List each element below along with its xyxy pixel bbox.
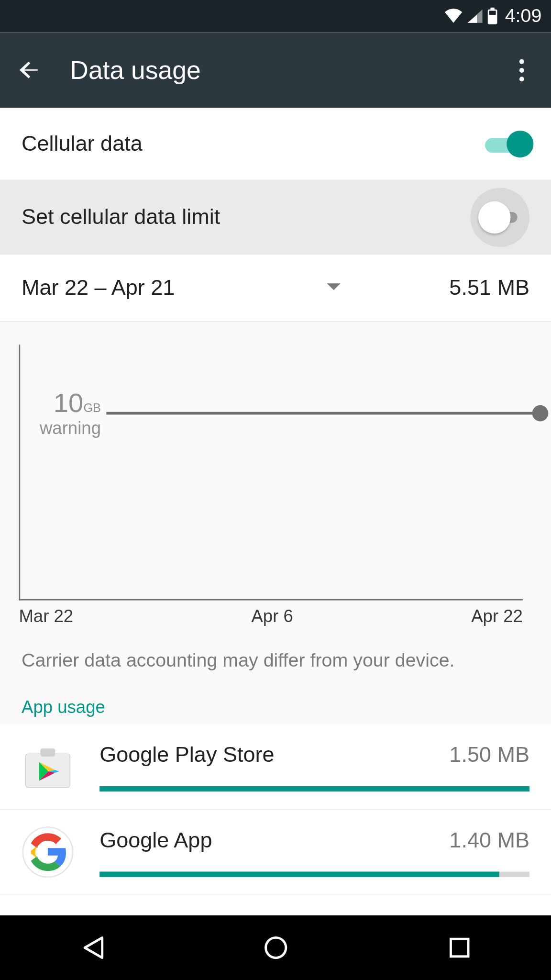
cellular-data-label: Cellular data: [22, 131, 485, 156]
app-usage-item[interactable]: Google App 1.40 MB: [0, 810, 551, 895]
app-usage-value: 1.40 MB: [449, 827, 529, 852]
overflow-menu-button[interactable]: [505, 54, 538, 87]
usage-bar: [99, 786, 529, 791]
app-name: Google Play Store: [99, 742, 449, 767]
set-limit-row[interactable]: Set cellular data limit: [0, 180, 551, 255]
svg-rect-1: [490, 7, 494, 10]
warning-unit: GB: [83, 401, 101, 414]
app-usage-header: App usage: [0, 685, 551, 724]
period-dropdown[interactable]: Mar 22 – Apr 21: [22, 275, 449, 300]
svg-rect-7: [451, 939, 468, 957]
chevron-down-icon: [325, 282, 342, 294]
status-bar: 4:09: [0, 0, 551, 33]
warning-knob[interactable]: [532, 405, 549, 422]
nav-home-button[interactable]: [249, 927, 303, 968]
period-row: Mar 22 – Apr 21 5.51 MB: [0, 255, 551, 322]
cellular-data-toggle[interactable]: [485, 130, 529, 157]
app-bar: Data usage: [0, 33, 551, 108]
svg-rect-2: [489, 11, 496, 15]
cellular-data-row[interactable]: Cellular data: [0, 108, 551, 180]
app-usage-value: 1.50 MB: [449, 742, 529, 767]
warning-sublabel: warning: [20, 418, 101, 439]
set-limit-toggle[interactable]: [470, 188, 529, 247]
status-time: 4:09: [505, 5, 542, 27]
app-usage-item[interactable]: Google Play Store 1.50 MB: [0, 724, 551, 810]
google-app-icon: [22, 826, 74, 879]
play-store-icon: [22, 740, 74, 793]
back-button[interactable]: [13, 54, 46, 87]
cell-signal-icon: [466, 8, 484, 24]
period-range: Mar 22 – Apr 21: [22, 275, 175, 300]
warning-threshold-slider[interactable]: 10GB warning: [20, 388, 538, 439]
usage-chart: 10GB warning Mar 22 Apr 6 Apr 22: [0, 322, 551, 626]
x-tick: Mar 22: [19, 606, 73, 627]
svg-rect-4: [40, 748, 55, 757]
carrier-note: Carrier data accounting may differ from …: [0, 627, 551, 685]
svg-point-6: [265, 937, 286, 958]
x-tick: Apr 22: [471, 606, 523, 627]
nav-recents-button[interactable]: [432, 927, 486, 968]
warning-value: 10: [54, 388, 84, 417]
battery-icon: [486, 7, 498, 25]
nav-back-button[interactable]: [65, 927, 119, 968]
page-title: Data usage: [70, 56, 505, 84]
navigation-bar: [0, 915, 551, 980]
usage-bar: [99, 871, 529, 877]
x-tick: Apr 6: [251, 606, 293, 627]
period-total: 5.51 MB: [449, 275, 529, 300]
set-limit-label: Set cellular data limit: [22, 205, 470, 230]
wifi-icon: [443, 8, 463, 24]
app-name: Google App: [99, 827, 449, 852]
